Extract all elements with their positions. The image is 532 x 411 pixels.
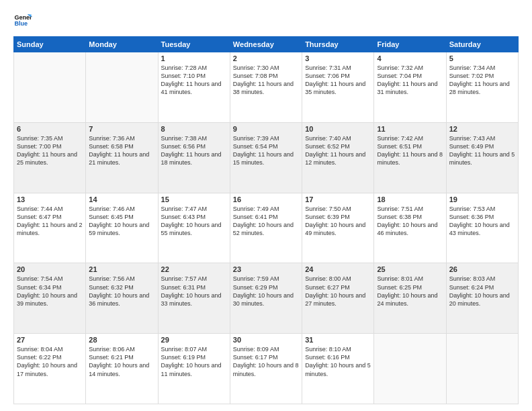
logo: General Blue <box>13 11 32 30</box>
calendar-cell: 27Sunrise: 8:04 AMSunset: 6:22 PMDayligh… <box>14 334 86 404</box>
calendar-week-2: 6Sunrise: 7:35 AMSunset: 7:00 PMDaylight… <box>14 122 519 193</box>
day-number: 16 <box>233 195 299 203</box>
day-info: Sunrise: 8:06 AMSunset: 6:21 PMDaylight:… <box>89 345 154 378</box>
calendar-cell: 1Sunrise: 7:28 AMSunset: 7:10 PMDaylight… <box>158 52 230 123</box>
weekday-thursday: Thursday <box>302 37 374 52</box>
day-number: 9 <box>233 125 299 133</box>
svg-text:Blue: Blue <box>14 20 28 27</box>
calendar-week-1: 1Sunrise: 7:28 AMSunset: 7:10 PMDaylight… <box>14 52 519 123</box>
day-number: 25 <box>377 265 443 273</box>
calendar-cell: 22Sunrise: 7:57 AMSunset: 6:31 PMDayligh… <box>158 263 230 334</box>
calendar-table: SundayMondayTuesdayWednesdayThursdayFrid… <box>13 36 519 404</box>
day-number: 10 <box>305 125 371 133</box>
logo-icon: General Blue <box>13 11 32 30</box>
day-info: Sunrise: 7:50 AMSunset: 6:39 PMDaylight:… <box>305 205 371 238</box>
day-number: 31 <box>305 336 371 344</box>
day-number: 19 <box>449 195 515 203</box>
calendar-week-4: 20Sunrise: 7:54 AMSunset: 6:34 PMDayligh… <box>14 263 519 334</box>
header: General Blue <box>13 11 519 30</box>
day-number: 21 <box>89 265 154 273</box>
weekday-tuesday: Tuesday <box>158 37 230 52</box>
calendar-cell: 11Sunrise: 7:42 AMSunset: 6:51 PMDayligh… <box>374 122 446 193</box>
calendar-cell: 15Sunrise: 7:47 AMSunset: 6:43 PMDayligh… <box>158 193 230 263</box>
day-info: Sunrise: 7:43 AMSunset: 6:49 PMDaylight:… <box>449 134 515 167</box>
calendar-cell: 20Sunrise: 7:54 AMSunset: 6:34 PMDayligh… <box>14 263 86 334</box>
day-info: Sunrise: 7:31 AMSunset: 7:06 PMDaylight:… <box>305 64 371 97</box>
calendar-cell: 26Sunrise: 8:03 AMSunset: 6:24 PMDayligh… <box>446 263 518 334</box>
day-number: 22 <box>161 265 227 273</box>
day-info: Sunrise: 7:53 AMSunset: 6:36 PMDaylight:… <box>449 205 515 238</box>
weekday-wednesday: Wednesday <box>230 37 302 52</box>
day-info: Sunrise: 7:39 AMSunset: 6:54 PMDaylight:… <box>233 134 299 167</box>
day-number: 29 <box>161 336 227 344</box>
calendar-cell: 3Sunrise: 7:31 AMSunset: 7:06 PMDaylight… <box>302 52 374 123</box>
calendar-cell <box>374 334 446 404</box>
calendar-cell: 17Sunrise: 7:50 AMSunset: 6:39 PMDayligh… <box>302 193 374 263</box>
day-number: 18 <box>377 195 443 203</box>
day-number: 12 <box>449 125 515 133</box>
calendar-cell: 24Sunrise: 8:00 AMSunset: 6:27 PMDayligh… <box>302 263 374 334</box>
calendar-cell: 5Sunrise: 7:34 AMSunset: 7:02 PMDaylight… <box>446 52 518 123</box>
day-info: Sunrise: 7:28 AMSunset: 7:10 PMDaylight:… <box>161 64 227 97</box>
day-info: Sunrise: 7:51 AMSunset: 6:38 PMDaylight:… <box>377 205 443 238</box>
day-info: Sunrise: 8:00 AMSunset: 6:27 PMDaylight:… <box>305 275 371 308</box>
day-info: Sunrise: 7:35 AMSunset: 7:00 PMDaylight:… <box>17 134 83 167</box>
calendar-cell <box>86 52 158 123</box>
day-info: Sunrise: 8:07 AMSunset: 6:19 PMDaylight:… <box>161 345 227 378</box>
day-number: 27 <box>17 336 83 344</box>
calendar-cell: 21Sunrise: 7:56 AMSunset: 6:32 PMDayligh… <box>86 263 158 334</box>
calendar-cell: 25Sunrise: 8:01 AMSunset: 6:25 PMDayligh… <box>374 263 446 334</box>
day-number: 4 <box>377 54 443 62</box>
calendar-cell: 28Sunrise: 8:06 AMSunset: 6:21 PMDayligh… <box>86 334 158 404</box>
calendar-cell: 10Sunrise: 7:40 AMSunset: 6:52 PMDayligh… <box>302 122 374 193</box>
calendar-week-3: 13Sunrise: 7:44 AMSunset: 6:47 PMDayligh… <box>14 193 519 263</box>
day-number: 8 <box>161 125 227 133</box>
calendar-cell <box>14 52 86 123</box>
day-info: Sunrise: 8:10 AMSunset: 6:16 PMDaylight:… <box>305 345 371 378</box>
calendar-cell: 4Sunrise: 7:32 AMSunset: 7:04 PMDaylight… <box>374 52 446 123</box>
day-number: 3 <box>305 54 371 62</box>
calendar-cell: 14Sunrise: 7:46 AMSunset: 6:45 PMDayligh… <box>86 193 158 263</box>
day-info: Sunrise: 7:54 AMSunset: 6:34 PMDaylight:… <box>17 275 83 308</box>
calendar-cell: 16Sunrise: 7:49 AMSunset: 6:41 PMDayligh… <box>230 193 302 263</box>
calendar-cell: 31Sunrise: 8:10 AMSunset: 6:16 PMDayligh… <box>302 334 374 404</box>
day-number: 30 <box>233 336 299 344</box>
calendar-cell: 9Sunrise: 7:39 AMSunset: 6:54 PMDaylight… <box>230 122 302 193</box>
weekday-sunday: Sunday <box>14 37 86 52</box>
day-info: Sunrise: 7:32 AMSunset: 7:04 PMDaylight:… <box>377 64 443 97</box>
day-info: Sunrise: 7:57 AMSunset: 6:31 PMDaylight:… <box>161 275 227 308</box>
day-number: 2 <box>233 54 299 62</box>
calendar-cell: 30Sunrise: 8:09 AMSunset: 6:17 PMDayligh… <box>230 334 302 404</box>
day-info: Sunrise: 7:34 AMSunset: 7:02 PMDaylight:… <box>449 64 515 97</box>
day-info: Sunrise: 7:59 AMSunset: 6:29 PMDaylight:… <box>233 275 299 308</box>
calendar-cell: 2Sunrise: 7:30 AMSunset: 7:08 PMDaylight… <box>230 52 302 123</box>
weekday-saturday: Saturday <box>446 37 518 52</box>
calendar-cell: 7Sunrise: 7:36 AMSunset: 6:58 PMDaylight… <box>86 122 158 193</box>
calendar-cell: 29Sunrise: 8:07 AMSunset: 6:19 PMDayligh… <box>158 334 230 404</box>
calendar-cell: 19Sunrise: 7:53 AMSunset: 6:36 PMDayligh… <box>446 193 518 263</box>
day-info: Sunrise: 7:38 AMSunset: 6:56 PMDaylight:… <box>161 134 227 167</box>
day-number: 24 <box>305 265 371 273</box>
day-info: Sunrise: 7:40 AMSunset: 6:52 PMDaylight:… <box>305 134 371 167</box>
calendar-cell: 23Sunrise: 7:59 AMSunset: 6:29 PMDayligh… <box>230 263 302 334</box>
day-info: Sunrise: 8:01 AMSunset: 6:25 PMDaylight:… <box>377 275 443 308</box>
weekday-friday: Friday <box>374 37 446 52</box>
day-number: 26 <box>449 265 515 273</box>
day-info: Sunrise: 7:47 AMSunset: 6:43 PMDaylight:… <box>161 205 227 238</box>
day-number: 1 <box>161 54 227 62</box>
day-number: 23 <box>233 265 299 273</box>
day-number: 28 <box>89 336 154 344</box>
day-info: Sunrise: 7:42 AMSunset: 6:51 PMDaylight:… <box>377 134 443 167</box>
calendar-page: General Blue SundayMondayTuesdayWednesda… <box>0 0 532 411</box>
day-info: Sunrise: 8:04 AMSunset: 6:22 PMDaylight:… <box>17 345 83 378</box>
day-info: Sunrise: 7:49 AMSunset: 6:41 PMDaylight:… <box>233 205 299 238</box>
day-number: 11 <box>377 125 443 133</box>
day-number: 14 <box>89 195 154 203</box>
day-number: 17 <box>305 195 371 203</box>
day-number: 13 <box>17 195 83 203</box>
day-number: 15 <box>161 195 227 203</box>
day-number: 20 <box>17 265 83 273</box>
weekday-header-row: SundayMondayTuesdayWednesdayThursdayFrid… <box>14 37 519 52</box>
weekday-monday: Monday <box>86 37 158 52</box>
day-info: Sunrise: 7:36 AMSunset: 6:58 PMDaylight:… <box>89 134 154 167</box>
